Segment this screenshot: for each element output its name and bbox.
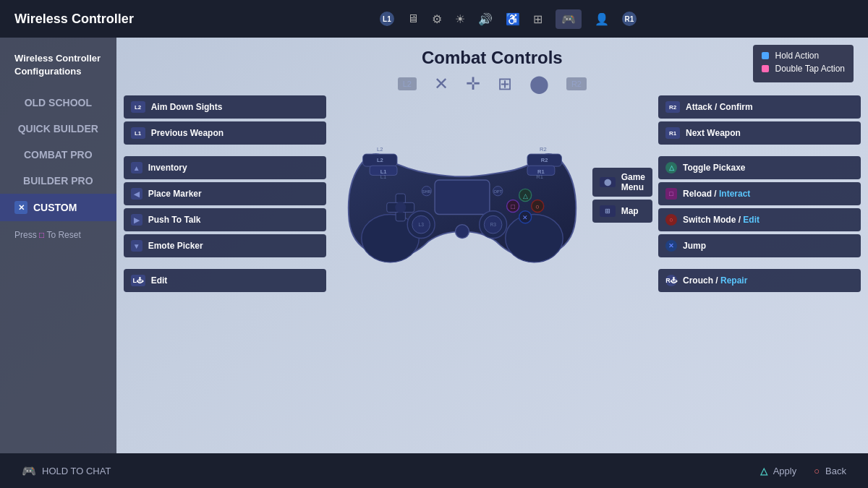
crouch-repair-btn[interactable]: R🕹 Crouch / Repair — [658, 269, 861, 292]
hold-dot — [762, 52, 769, 59]
accessibility-icon[interactable]: ♿ — [506, 12, 520, 26]
map-label: Map — [621, 206, 639, 216]
r1-badge: R1 — [622, 12, 637, 26]
jump-label: Jump — [683, 241, 706, 251]
toggle-pickaxe-btn[interactable]: △ Toggle Pickaxe — [658, 156, 861, 179]
push-to-talk-btn[interactable]: ▶ Push To Talk — [124, 208, 326, 231]
display-icon[interactable]: 🖥 — [407, 12, 419, 25]
left-controls: L2 Aim Down Sights L1 Previous Weapon ▲ … — [124, 95, 326, 292]
svg-text:R1: R1 — [536, 174, 543, 180]
grid-top-icon: ⊞ — [498, 74, 512, 94]
sidebar-item-quick-builder[interactable]: QUICK BUILDER — [0, 116, 116, 142]
svg-text:□: □ — [511, 202, 515, 210]
dpad-down-badge: ▼ — [131, 240, 142, 252]
crouch-repair-label: Crouch / Repair — [683, 275, 747, 286]
r3-badge: R🕹 — [665, 275, 677, 286]
back-action[interactable]: ○ Back — [814, 466, 846, 476]
controller-center: L2 L1 R2 R1 SHR — [332, 95, 652, 292]
attack-confirm-btn[interactable]: R2 Attack / Confirm — [658, 95, 861, 119]
chat-icon: 🎮 — [22, 464, 36, 478]
center-area: Hold Action Double Tap Action Combat Con… — [116, 38, 868, 453]
triangle-badge: △ — [665, 162, 677, 174]
place-marker-btn[interactable]: ◀ Place Marker — [124, 182, 326, 205]
svg-text:L2: L2 — [377, 157, 383, 163]
apply-icon: △ — [760, 466, 767, 476]
sidebar-item-combat-pro[interactable]: COMBAT PRO — [0, 142, 116, 168]
square-badge: □ — [665, 188, 677, 200]
next-weapon-label: Next Weapon — [686, 128, 741, 138]
svg-point-17 — [395, 202, 406, 213]
svg-text:L2: L2 — [377, 146, 383, 153]
previous-weapon-label: Previous Weapon — [151, 128, 224, 138]
l1-badge: L1 — [380, 12, 394, 26]
map-badge: ⊞ — [600, 205, 616, 217]
bottom-center-btns: ⬤ Game Menu ⊞ Map — [592, 168, 652, 223]
audio-icon[interactable]: 🔊 — [478, 12, 493, 26]
top-bar: Wireless Controller L1 🖥 ⚙ ☀ 🔊 ♿ ⊞ 🎮 👤 R… — [0, 0, 868, 38]
svg-rect-10 — [435, 180, 490, 214]
dpad-right-badge: ▶ — [131, 214, 142, 226]
bottom-right-actions: △ Apply ○ Back — [760, 466, 846, 476]
legend-hold: Hold Action — [762, 51, 845, 61]
svg-text:L3: L3 — [418, 222, 424, 227]
svg-text:○: ○ — [535, 202, 540, 210]
previous-weapon-btn[interactable]: L1 Previous Weapon — [124, 121, 326, 145]
controller-image: L2 L1 R2 R1 SHR — [332, 100, 592, 288]
svg-text:R3: R3 — [490, 222, 496, 227]
circle-top-icon: ⬤ — [529, 74, 549, 94]
r1-badge-ctrl: R1 — [665, 127, 680, 139]
sidebar-item-custom[interactable]: ✕ CUSTOM — [0, 194, 116, 221]
network-icon[interactable]: ⊞ — [533, 12, 542, 26]
hold-to-chat-label: HOLD TO CHAT — [42, 466, 111, 476]
next-weapon-btn[interactable]: R1 Next Weapon — [658, 121, 861, 145]
right-controls: R2 Attack / Confirm R1 Next Weapon △ Tog… — [658, 95, 861, 292]
controller-svg: L2 L1 R2 R1 SHR — [332, 100, 592, 288]
svg-point-1 — [505, 214, 563, 262]
push-to-talk-label: Push To Talk — [148, 215, 201, 225]
svg-text:R2: R2 — [540, 146, 547, 153]
sidebar: Wireless Controller Configurations OLD S… — [0, 38, 116, 453]
settings-icon[interactable]: ⚙ — [432, 12, 442, 26]
jump-btn[interactable]: ✕ Jump — [658, 234, 861, 257]
sidebar-reset: Press □ To Reset — [0, 224, 116, 246]
switch-mode-label: Switch Mode / Edit — [683, 215, 760, 225]
cross-badge: ✕ — [665, 240, 677, 252]
plus-top-icon: ✛ — [466, 74, 480, 94]
sidebar-item-old-school[interactable]: OLD SCHOOL — [0, 90, 116, 116]
brightness-icon[interactable]: ☀ — [455, 12, 465, 26]
page-title: Combat Controls — [422, 48, 563, 68]
sidebar-item-builder-pro[interactable]: BUILDER PRO — [0, 168, 116, 194]
controller-icon[interactable]: 🎮 — [556, 9, 582, 29]
aim-down-sights-btn[interactable]: L2 Aim Down Sights — [124, 95, 326, 119]
svg-text:△: △ — [522, 192, 527, 200]
switch-mode-btn[interactable]: ○ Switch Mode / Edit — [658, 208, 861, 231]
reset-icon: □ — [39, 230, 44, 240]
map-btn[interactable]: ⊞ Map — [592, 200, 652, 223]
bottom-bar: 🎮 HOLD TO CHAT △ Apply ○ Back — [0, 453, 868, 488]
back-label: Back — [825, 466, 846, 476]
l2-top-icon: L2 — [398, 77, 417, 90]
apply-action[interactable]: △ Apply — [760, 466, 797, 476]
reset-suffix: To Reset — [46, 230, 80, 240]
legend: Hold Action Double Tap Action — [753, 45, 854, 82]
edit-highlight: Edit — [743, 215, 760, 225]
legend-double-tap: Double Tap Action — [762, 64, 845, 74]
inventory-btn[interactable]: ▲ Inventory — [124, 156, 326, 179]
svg-text:✕: ✕ — [522, 213, 528, 221]
user-icon[interactable]: 👤 — [595, 12, 609, 26]
emote-picker-btn[interactable]: ▼ Emote Picker — [124, 234, 326, 257]
r2-badge-ctrl: R2 — [665, 101, 680, 113]
l-stick-badge: L🕹 — [131, 275, 145, 286]
game-menu-btn[interactable]: ⬤ Game Menu — [592, 168, 652, 197]
aim-down-sights-label: Aim Down Sights — [151, 102, 223, 112]
reload-interact-btn[interactable]: □ Reload / Interact — [658, 182, 861, 205]
edit-btn[interactable]: L🕹 Edit — [124, 269, 326, 292]
sidebar-title: Wireless Controller Configurations — [0, 52, 116, 90]
svg-text:OPT: OPT — [493, 189, 502, 194]
top-nav-icons: L1 🖥 ⚙ ☀ 🔊 ♿ ⊞ 🎮 👤 R1 — [163, 9, 854, 29]
interact-highlight: Interact — [719, 189, 750, 199]
svg-point-30 — [455, 225, 469, 239]
svg-text:R2: R2 — [540, 157, 548, 163]
edit-label: Edit — [151, 275, 168, 286]
svg-text:SHR: SHR — [422, 189, 430, 194]
